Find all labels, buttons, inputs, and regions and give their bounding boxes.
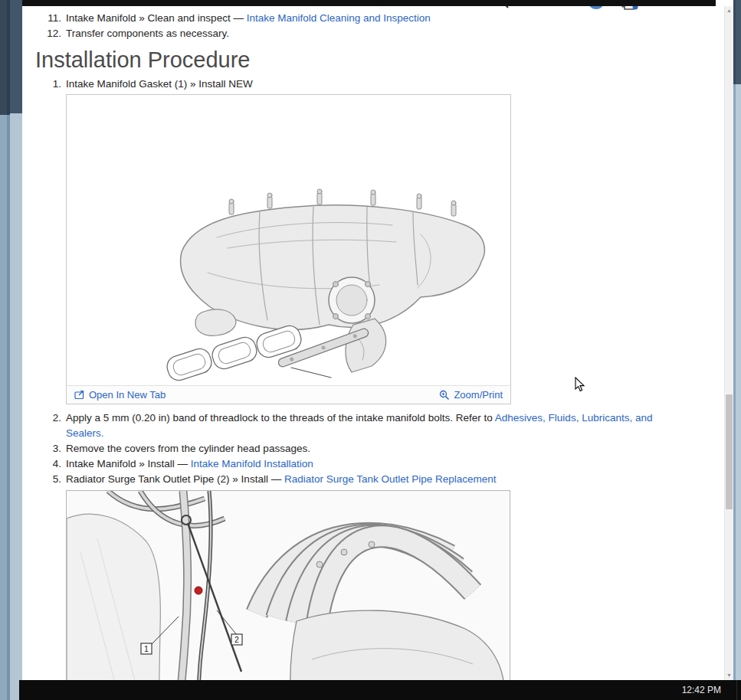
mouse-cursor (575, 377, 585, 392)
zoom-in-icon (439, 390, 450, 401)
step-number: 3. (35, 441, 61, 456)
list-item: 4. Intake Manifold » Install — Intake Ma… (35, 456, 724, 472)
link-radiator-surge-tank-outlet-pipe-replacement[interactable]: Radiator Surge Tank Outlet Pipe Replacem… (284, 473, 497, 485)
step-text-plain: Intake Manifold » Clean and inspect — (66, 12, 247, 24)
step-number: 1. (35, 77, 61, 92)
step-text: Transfer components as necessary. (66, 26, 688, 41)
list-item: 1. Intake Manifold Gasket (1) » Install … (35, 77, 724, 92)
step-text-plain: Intake Manifold Gasket (1) » Install NEW (66, 78, 253, 90)
step-text: Intake Manifold » Install — Intake Manif… (66, 456, 688, 472)
background-window-edge (733, 0, 736, 700)
list-item: 2. Apply a 5 mm (0.20 in) band of thread… (35, 411, 724, 441)
step-number: 12. (35, 26, 61, 41)
step-text-plain: Transfer components as necessary. (66, 28, 229, 39)
step-number: 4. (35, 456, 61, 472)
document-content: 11. Intake Manifold » Clean and inspect … (22, 6, 724, 680)
open-in-new-tab-link[interactable]: Open In New Tab (74, 389, 166, 401)
taskbar-clock[interactable]: 12:42 PM (682, 680, 721, 700)
scroll-down-arrow[interactable]: ▼ (725, 672, 733, 679)
step-text: Remove the covers from the cylinder head… (66, 441, 688, 456)
open-in-new-tab-icon (74, 390, 85, 400)
callout-label-2: 2 (234, 635, 239, 644)
step-text: Intake Manifold Gasket (1) » Install NEW (66, 77, 688, 92)
window-top-edge (22, 0, 716, 6)
intake-manifold-illustration (67, 95, 510, 385)
step-number: 5. (35, 472, 61, 487)
step-text: Apply a 5 mm (0.20 in) band of threadloc… (66, 411, 688, 441)
background-window-edge (10, 0, 22, 700)
step-text: Radiator Surge Tank Outlet Pipe (2) » In… (66, 472, 688, 487)
scroll-up-arrow[interactable]: ▲ (725, 7, 733, 15)
step-number: 2. (35, 411, 61, 441)
zoom-print-label: Zoom/Print (454, 389, 503, 401)
step-number: 11. (35, 11, 61, 26)
background-window-edge (0, 0, 7, 700)
step-text: Intake Manifold » Clean and inspect — In… (66, 11, 688, 26)
background-window-edge (736, 0, 741, 700)
taskbar: 12:42 PM (19, 680, 741, 700)
page-title: Installation Procedure (35, 47, 724, 72)
link-intake-manifold-installation[interactable]: Intake Manifold Installation (191, 458, 313, 469)
step-text-plain: Apply a 5 mm (0.20 in) band of threadloc… (66, 412, 495, 424)
show-desktop-button[interactable] (736, 680, 741, 700)
step-text-plain: Remove the covers from the cylinder head… (66, 443, 310, 454)
scrollbar-thumb[interactable] (726, 394, 733, 509)
zoom-print-link[interactable]: Zoom/Print (439, 389, 503, 401)
list-item: 3. Remove the covers from the cylinder h… (35, 441, 724, 456)
step-text-plain: Radiator Surge Tank Outlet Pipe (2) » In… (66, 473, 284, 485)
service-info-window: 11. Intake Manifold » Clean and inspect … (22, 0, 733, 680)
list-item: 11. Intake Manifold » Clean and inspect … (35, 11, 724, 26)
figure-action-bar: Open In New Tab Zoom/Print (67, 385, 510, 404)
vertical-scrollbar[interactable]: ▲ ▼ (724, 6, 733, 680)
engine-illustration: 1 2 (67, 491, 510, 680)
list-item: 12. Transfer components as necessary. (35, 26, 724, 41)
red-marker (195, 587, 202, 594)
step-text-plain: Intake Manifold » Install — (66, 458, 191, 469)
list-item: 5. Radiator Surge Tank Outlet Pipe (2) »… (35, 472, 724, 487)
open-in-new-tab-label: Open In New Tab (89, 389, 166, 401)
link-intake-manifold-cleaning-and-inspection[interactable]: Intake Manifold Cleaning and Inspection (247, 12, 431, 24)
figure-intake-manifold-gasket: Open In New Tab Zoom/Print (66, 94, 511, 404)
figure-radiator-surge-tank-pipe: 1 2 (66, 490, 510, 680)
callout-label-1: 1 (144, 644, 149, 653)
